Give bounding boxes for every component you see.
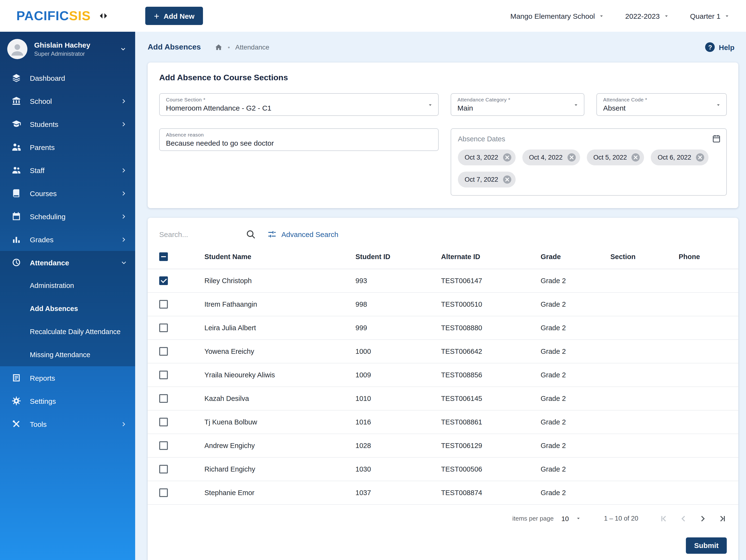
previous-page-button[interactable] [674,509,693,528]
chevron-right-icon [120,97,127,105]
sidebar-item-settings[interactable]: Settings [0,389,135,412]
chevron-down-icon [428,102,433,108]
cell-phone [679,457,738,481]
next-page-button[interactable] [693,509,712,528]
sidebar-collapse-icon[interactable] [98,11,108,21]
app-logo[interactable]: PACIFICSIS [16,8,91,23]
sidebar-item-dashboard[interactable]: Dashboard [0,66,135,89]
search-input[interactable] [159,230,242,238]
clock-icon [11,258,21,267]
sidebar-subitem-missing-attendance[interactable]: Missing Attendance [0,343,135,366]
remove-date-icon[interactable] [503,153,512,162]
absence-reason-field[interactable]: Absence reason Because needed to go see … [159,128,439,151]
calendar-picker-icon[interactable] [712,134,721,143]
form-title: Add Absence to Course Sections [159,73,727,83]
chevron-down-icon [599,13,604,19]
cell-alternate-id: TEST008856 [441,363,541,386]
remove-date-icon[interactable] [631,153,640,162]
row-checkbox[interactable] [159,465,168,473]
search-icon[interactable] [246,229,256,239]
chevron-right-icon [120,120,127,128]
sidebar-subitem-add-absences[interactable]: Add Absences [0,297,135,320]
remove-date-icon[interactable] [503,175,512,184]
attendance-code-select[interactable]: Attendance Code * Absent [596,93,727,116]
sidebar-item-staff[interactable]: Staff [0,158,135,182]
gear-icon [11,396,21,406]
first-page-button[interactable] [655,509,674,528]
sidebar-item-grades[interactable]: Grades [0,228,135,251]
add-new-button[interactable]: + Add New [145,7,203,25]
cell-phone [679,434,738,457]
sidebar-item-reports[interactable]: Reports [0,366,135,389]
cell-section [610,386,679,410]
course-section-value: Homeroom Attendance - G2 - C1 [166,104,421,112]
quarter-selector[interactable]: Quarter 1 [690,12,730,20]
cell-phone [679,386,738,410]
row-checkbox[interactable] [159,371,168,379]
cell-alternate-id: TEST008861 [441,410,541,434]
chevron-down-icon [120,46,126,52]
row-checkbox[interactable] [159,417,168,426]
cell-grade: Grade 2 [541,363,610,386]
remove-date-icon[interactable] [695,153,705,162]
school-building-icon [11,96,21,106]
sidebar-item-students[interactable]: Students [0,113,135,136]
cell-student-id: 999 [355,316,441,340]
attendance-category-select[interactable]: Attendance Category * Main [451,93,584,116]
select-all-checkbox[interactable] [159,253,168,261]
sidebar-item-attendance[interactable]: Attendance [0,251,135,274]
cell-student-name: Andrew Engichy [204,434,355,457]
row-checkbox[interactable] [159,323,168,332]
user-menu[interactable]: Ghislain Hachey Super Administrator [0,32,135,66]
chevron-right-icon [120,213,127,220]
cell-section [610,269,679,292]
school-year-selector[interactable]: 2022-2023 [625,12,669,20]
items-per-page-label: items per page [512,515,554,522]
remove-date-icon[interactable] [567,153,576,162]
cell-alternate-id: TEST000506 [441,457,541,481]
date-chip: Oct 5, 2022 [586,149,644,165]
sidebar-item-parents[interactable]: Parents [0,136,135,158]
pagination: items per page 10 1 – 10 of 20 [148,504,738,532]
attendance-code-value: Absent [603,104,709,112]
row-checkbox[interactable] [159,441,168,450]
help-button[interactable]: ? Help [705,42,735,52]
row-checkbox[interactable] [159,394,168,403]
filter-tune-icon [267,230,277,239]
attendance-category-value: Main [457,104,567,112]
course-section-select[interactable]: Course Section * Homeroom Attendance - G… [159,93,439,116]
avatar [7,39,27,59]
items-per-page-select[interactable]: 10 [561,514,581,522]
row-checkbox[interactable] [159,488,168,497]
cell-phone [679,363,738,386]
sidebar-item-school[interactable]: School [0,89,135,113]
school-selector[interactable]: Mango Elementary School [510,12,604,20]
sidebar-item-courses[interactable]: Courses [0,182,135,205]
sidebar-subitem-recalculate-daily-attendance[interactable]: Recalculate Daily Attendance [0,320,135,343]
sidebar-item-tools[interactable]: Tools [0,412,135,436]
row-checkbox[interactable] [159,300,168,308]
column-header-phone: Phone [679,245,738,269]
advanced-search-button[interactable]: Advanced Search [267,230,338,239]
row-checkbox[interactable] [159,347,168,355]
logo-text-sis: SIS [69,8,91,23]
staff-people-icon [11,165,21,175]
row-checkbox[interactable] [159,276,168,285]
home-icon[interactable] [214,43,223,51]
sidebar-subitem-administration[interactable]: Administration [0,274,135,297]
column-header-alternate-id: Alternate ID [441,245,541,269]
cell-grade: Grade 2 [541,457,610,481]
page-title: Add Absences [148,43,201,52]
add-new-label: Add New [164,12,194,20]
submit-button[interactable]: Submit [686,537,727,554]
cell-student-id: 1009 [355,363,441,386]
table-row: Richard Engichy 1030 TEST000506 Grade 2 [148,457,738,481]
add-absence-form-card: Add Absence to Course Sections Course Se… [148,62,738,208]
date-chip: Oct 7, 2022 [458,172,516,187]
sidebar-item-scheduling[interactable]: Scheduling [0,205,135,228]
last-page-button[interactable] [712,509,731,528]
attendance-group: Attendance Administration Add Absences R… [0,251,135,366]
chevron-down-icon [120,259,127,266]
cell-grade: Grade 2 [541,340,610,363]
tools-icon [11,419,21,429]
